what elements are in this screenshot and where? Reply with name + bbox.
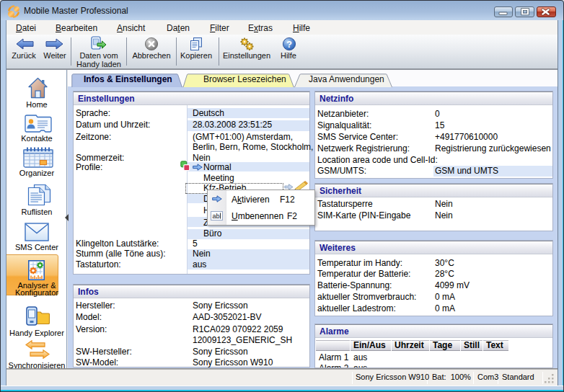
svg-text:ab: ab xyxy=(213,213,220,220)
svg-text:?: ? xyxy=(286,40,292,50)
svg-text:Browser Lesezeichen: Browser Lesezeichen xyxy=(203,74,286,84)
svg-text:Java Anwendungen: Java Anwendungen xyxy=(309,74,384,84)
svg-text:Infos & Einstellungen: Infos & Einstellungen xyxy=(84,74,172,84)
